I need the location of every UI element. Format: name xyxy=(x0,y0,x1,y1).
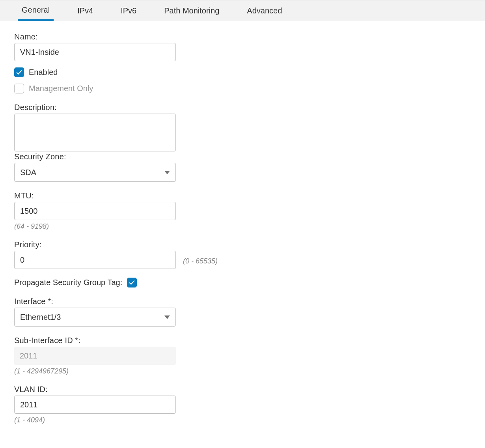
priority-label: Priority: xyxy=(14,240,471,249)
propagate-sgt-checkbox[interactable] xyxy=(127,278,137,287)
mtu-label: MTU: xyxy=(14,191,471,200)
management-only-label: Management Only xyxy=(29,84,93,93)
description-label: Description: xyxy=(14,103,471,112)
tab-advanced[interactable]: Advanced xyxy=(243,0,286,21)
tab-ipv6[interactable]: IPv6 xyxy=(117,0,140,21)
mtu-hint: (64 - 9198) xyxy=(14,222,471,231)
tab-general-label: General xyxy=(22,6,50,15)
mtu-input[interactable] xyxy=(14,202,176,220)
enabled-checkbox[interactable] xyxy=(14,67,24,77)
vlan-id-input[interactable] xyxy=(14,396,176,414)
chevron-down-icon xyxy=(164,315,170,319)
tab-path-monitoring[interactable]: Path Monitoring xyxy=(160,0,223,21)
security-zone-label: Security Zone: xyxy=(14,152,471,161)
tab-general[interactable]: General xyxy=(18,0,54,21)
tab-ipv6-label: IPv6 xyxy=(121,6,136,15)
name-input[interactable] xyxy=(14,43,176,61)
checkmark-icon xyxy=(16,69,22,76)
tab-path-monitoring-label: Path Monitoring xyxy=(164,6,219,15)
vlan-id-hint: (1 - 4094) xyxy=(14,416,471,424)
tab-bar: General IPv4 IPv6 Path Monitoring Advanc… xyxy=(0,0,485,21)
vlan-id-label: VLAN ID: xyxy=(14,385,471,394)
checkmark-icon xyxy=(129,279,135,286)
security-zone-value: SDA xyxy=(20,168,36,177)
tab-advanced-label: Advanced xyxy=(247,6,282,15)
sub-interface-id-label: Sub-Interface ID *: xyxy=(14,336,471,345)
propagate-sgt-label: Propagate Security Group Tag: xyxy=(14,278,122,287)
priority-input[interactable] xyxy=(14,251,176,269)
form-area: Name: Enabled Management Only Descriptio… xyxy=(0,21,485,435)
interface-label: Interface *: xyxy=(14,297,471,306)
management-only-checkbox[interactable] xyxy=(14,84,24,93)
name-label: Name: xyxy=(14,32,471,41)
chevron-down-icon xyxy=(164,171,170,174)
enabled-label: Enabled xyxy=(29,68,58,77)
interface-select[interactable]: Ethernet1/3 xyxy=(14,308,176,327)
priority-hint: (0 - 65535) xyxy=(183,257,218,265)
sub-interface-id-hint: (1 - 4294967295) xyxy=(14,367,471,375)
security-zone-select[interactable]: SDA xyxy=(14,163,176,182)
description-textarea[interactable] xyxy=(14,114,176,151)
tab-ipv4-label: IPv4 xyxy=(77,6,93,15)
tab-ipv4[interactable]: IPv4 xyxy=(73,0,97,21)
interface-value: Ethernet1/3 xyxy=(20,313,61,322)
sub-interface-id-value: 2011 xyxy=(14,347,176,365)
